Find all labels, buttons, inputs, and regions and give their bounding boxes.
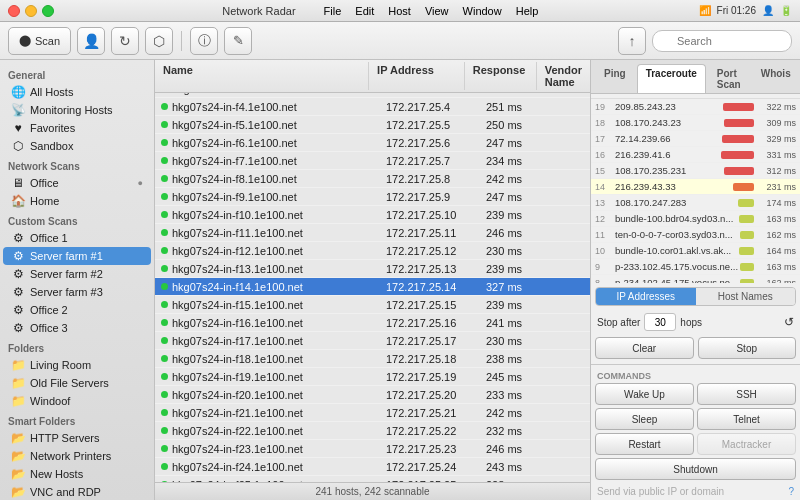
tab-traceroute[interactable]: Traceroute [637,64,706,93]
table-row[interactable]: hkg07s24-in-f13.1e100.net 172.217.25.13 … [155,260,590,278]
table-row[interactable]: hkg07s24-in-f22.1e100.net 172.217.25.22 … [155,422,590,440]
host-response-cell: 232 ms [480,425,555,437]
host-ip-cell: 172.217.25.16 [380,317,480,329]
globe-icon: 🌐 [11,85,25,99]
ssh-button[interactable]: SSH [697,383,796,405]
folder-icon-2: 📁 [11,376,25,390]
menu-view[interactable]: View [425,5,449,17]
table-row[interactable]: hkg07s24-in-f15.1e100.net 172.217.25.15 … [155,296,590,314]
info-icon-btn[interactable]: ⓘ [190,27,218,55]
sidebar-item-favorites[interactable]: ♥ Favorites [3,119,151,137]
user-icon-btn[interactable]: 👤 [77,27,105,55]
sidebar-item-networkprinters[interactable]: 📂 Network Printers [3,447,151,465]
host-name-cell: hkg07s24-in-f10.1e100.net [155,209,380,221]
host-name-cell: hkg07s24-in-f11.1e100.net [155,227,380,239]
close-button[interactable] [8,5,20,17]
host-response-cell: 327 ms [480,281,555,293]
stop-after-input[interactable] [644,313,676,331]
table-row[interactable]: hkg07s24-in-f21.1e100.net 172.217.25.21 … [155,404,590,422]
maximize-button[interactable] [42,5,54,17]
sidebar-item-serverfarm1[interactable]: ⚙ Server farm #1 [3,247,151,265]
menu-edit[interactable]: Edit [355,5,374,17]
table-row[interactable]: hkg07s24-in-f7.1e100.net 172.217.25.7 23… [155,152,590,170]
sidebar-item-serverfarm3[interactable]: ⚙ Server farm #3 [3,283,151,301]
sidebar-item-httpservers[interactable]: 📂 HTTP Servers [3,429,151,447]
folder-icon-3: 📁 [11,394,25,408]
system-icons: 📶 Fri 01:26 👤 🔋 [699,5,792,16]
table-row[interactable]: hkg07s24-in-f9.1e100.net 172.217.25.9 24… [155,188,590,206]
export-icon-btn[interactable]: ↑ [618,27,646,55]
table-row[interactable]: hkg07s24-in-f16.1e100.net 172.217.25.16 … [155,314,590,332]
table-row[interactable]: hkg07s24-in-f6.1e100.net 172.217.25.6 24… [155,134,590,152]
share-icon-btn[interactable]: ⬡ [145,27,173,55]
menu-help[interactable]: Help [516,5,539,17]
search-input[interactable] [652,30,792,52]
restart-button[interactable]: Restart [595,433,694,455]
host-name-cell: hkg07s24-in-f9.1e100.net [155,191,380,203]
sidebar-item-oldfileservers[interactable]: 📁 Old File Servers [3,374,151,392]
help-icon[interactable]: ? [788,486,794,497]
tab-whois[interactable]: Whois [752,64,800,93]
host-response-cell: 243 ms [480,461,555,473]
host-list-scroll[interactable]: hkg07s24-in-f1.1e100.net 172.217.25.1 25… [155,93,590,482]
host-ip-cell: 172.217.25.10 [380,209,480,221]
traceroute-row: 19 209.85.243.23 322 ms [591,99,800,115]
clear-button[interactable]: Clear [595,337,694,359]
table-row[interactable]: hkg07s24-in-f23.1e100.net 172.217.25.23 … [155,440,590,458]
hop-address: ten-0-0-0-7-cor03.syd03.n... [615,229,740,240]
sidebar-item-sandbox[interactable]: ⬡ Sandbox [3,137,151,155]
traceroute-row: 14 216.239.43.33 231 ms [591,179,800,195]
tab-port-scan[interactable]: Port Scan [708,64,750,93]
sidebar-item-serverfarm2[interactable]: ⚙ Server farm #2 [3,265,151,283]
edit-icon-btn[interactable]: ✎ [224,27,252,55]
ip-addresses-btn[interactable]: IP Addresses [596,288,696,305]
table-row[interactable]: hkg07s24-in-f24.1e100.net 172.217.25.24 … [155,458,590,476]
table-row[interactable]: hkg07s24-in-f19.1e100.net 172.217.25.19 … [155,368,590,386]
table-row[interactable]: hkg07s24-in-f18.1e100.net 172.217.25.18 … [155,350,590,368]
minimize-button[interactable] [25,5,37,17]
shutdown-button[interactable]: Shutdown [595,458,796,480]
sidebar-item-office1[interactable]: ⚙ Office 1 [3,229,151,247]
sleep-button[interactable]: Sleep [595,408,694,430]
sidebar-item-office[interactable]: 🖥 Office ● [3,174,151,192]
menu-window[interactable]: Window [463,5,502,17]
menu-file[interactable]: File [324,5,342,17]
telnet-button[interactable]: Telnet [697,408,796,430]
table-row[interactable]: hkg07s24-in-f17.1e100.net 172.217.25.17 … [155,332,590,350]
hop-ms: 162 ms [756,278,796,284]
wake-up-button[interactable]: Wake Up [595,383,694,405]
traffic-lights[interactable] [8,5,54,17]
sidebar-item-vnc[interactable]: 📂 VNC and RDP [3,483,151,500]
scan-button[interactable]: ⬤ Scan [8,27,71,55]
table-row[interactable]: hkg07s24-in-f11.1e100.net 172.217.25.11 … [155,224,590,242]
table-row[interactable]: hkg07s24-in-f5.1e100.net 172.217.25.5 25… [155,116,590,134]
table-row[interactable]: hkg07s24-in-f4.1e100.net 172.217.25.4 25… [155,98,590,116]
sidebar-item-windoof[interactable]: 📁 Windoof [3,392,151,410]
table-row[interactable]: hkg07s24-in-f12.1e100.net 172.217.25.12 … [155,242,590,260]
sidebar-item-home[interactable]: 🏠 Home [3,192,151,210]
tab-ping[interactable]: Ping [595,64,635,93]
menu-host[interactable]: Host [388,5,411,17]
sidebar-item-all-hosts[interactable]: 🌐 All Hosts [3,83,151,101]
hop-address: 209.85.243.23 [615,101,723,112]
table-row[interactable]: hkg07s24-in-f20.1e100.net 172.217.25.20 … [155,386,590,404]
sidebar-item-office3[interactable]: ⚙ Office 3 [3,319,151,337]
hop-address: bundle-100.bdr04.syd03.n... [615,213,739,224]
status-dot [161,247,168,254]
host-names-btn[interactable]: Host Names [696,288,796,305]
stop-button[interactable]: Stop [698,337,797,359]
sidebar-item-livingroom[interactable]: 📁 Living Room [3,356,151,374]
sidebar-item-monitoring[interactable]: 📡 Monitoring Hosts [3,101,151,119]
hop-address: 216.239.43.33 [615,181,733,192]
table-row[interactable]: hkg07s24-in-f10.1e100.net 172.217.25.10 … [155,206,590,224]
host-name-cell: hkg07s24-in-f6.1e100.net [155,137,380,149]
table-row[interactable]: hkg07s24-in-f14.1e100.net 172.217.25.14 … [155,278,590,296]
sidebar-item-newhosts[interactable]: 📂 New Hosts [3,465,151,483]
hop-bar [740,279,754,284]
host-name-cell: hkg07s24-in-f23.1e100.net [155,443,380,455]
mactracker-button[interactable]: Mactracker [697,433,796,455]
table-row[interactable]: hkg07s24-in-f8.1e100.net 172.217.25.8 24… [155,170,590,188]
sidebar-item-office2[interactable]: ⚙ Office 2 [3,301,151,319]
refresh-icon-btn[interactable]: ↻ [111,27,139,55]
status-dot [161,301,168,308]
